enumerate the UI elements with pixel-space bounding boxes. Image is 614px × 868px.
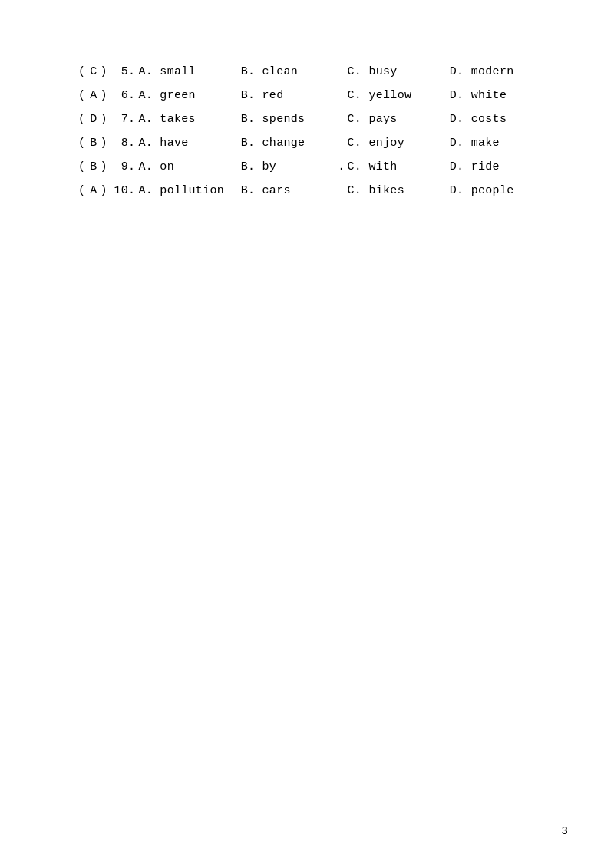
question-row: ( A ) 6. A. green B. red C. yellow D. wh… xyxy=(77,85,537,106)
option-c-q9: C. with xyxy=(348,157,450,177)
option-b-q10: B. cars xyxy=(241,180,336,201)
question-row: ( B ) 9. A. on B. by . C. with D. ride xyxy=(77,157,537,177)
question-row: ( C ) 5. A. small B. clean C. busy D. mo… xyxy=(77,61,537,82)
option-b-q7: B. spends xyxy=(241,109,336,130)
page: ( C ) 5. A. small B. clean C. busy D. mo… xyxy=(0,0,614,868)
paren-right: ) xyxy=(101,109,109,130)
option-a-q5: A. small xyxy=(138,61,240,82)
option-d-q9: D. ride xyxy=(450,157,537,177)
option-d-q7: D. costs xyxy=(450,109,537,130)
dot-placeholder xyxy=(335,109,347,130)
option-a-q8: A. have xyxy=(138,133,240,153)
option-a-q10: A. pollution xyxy=(138,180,240,201)
paren-right: ) xyxy=(101,85,109,106)
dot-placeholder xyxy=(335,85,347,106)
dot-separator: . xyxy=(335,157,347,177)
answer-q8: B xyxy=(87,133,100,153)
paren-right: ) xyxy=(101,180,109,201)
question-number-q10: 10. xyxy=(112,180,135,201)
paren-right: ) xyxy=(101,157,109,177)
option-c-q8: C. enjoy xyxy=(348,133,450,153)
answer-q10: A xyxy=(87,180,100,201)
option-d-q10: D. people xyxy=(450,180,537,201)
option-a-q7: A. takes xyxy=(138,109,240,130)
option-c-q7: C. pays xyxy=(348,109,450,130)
dot-placeholder xyxy=(335,180,347,201)
option-a-q6: A. green xyxy=(138,85,240,106)
question-number-q9: 9. xyxy=(112,157,135,177)
dot-placeholder xyxy=(335,61,347,82)
option-d-q6: D. white xyxy=(450,85,537,106)
question-row: ( B ) 8. A. have B. change C. enjoy D. m… xyxy=(77,133,537,153)
option-a-q9: A. on xyxy=(138,157,240,177)
paren-right: ) xyxy=(101,61,109,82)
dot-placeholder xyxy=(335,133,347,153)
question-row: ( A ) 10. A. pollution B. cars C. bikes … xyxy=(77,180,537,201)
answer-q7: D xyxy=(87,109,100,130)
paren-left: ( xyxy=(77,133,85,153)
option-d-q5: D. modern xyxy=(450,61,537,82)
option-b-q6: B. red xyxy=(241,85,336,106)
answer-q6: A xyxy=(87,85,100,106)
answer-q5: C xyxy=(87,61,100,82)
question-row: ( D ) 7. A. takes B. spends C. pays D. c… xyxy=(77,109,537,130)
question-number-q8: 8. xyxy=(112,133,135,153)
paren-left: ( xyxy=(77,61,85,82)
question-number-q6: 6. xyxy=(112,85,135,106)
option-b-q9: B. by xyxy=(241,157,336,177)
option-c-q6: C. yellow xyxy=(348,85,450,106)
paren-right: ) xyxy=(101,133,109,153)
option-d-q8: D. make xyxy=(450,133,537,153)
page-number: 3 xyxy=(562,825,568,837)
option-b-q5: B. clean xyxy=(241,61,336,82)
paren-left: ( xyxy=(77,180,85,201)
answer-q9: B xyxy=(87,157,100,177)
option-b-q8: B. change xyxy=(241,133,336,153)
option-c-q10: C. bikes xyxy=(348,180,450,201)
question-number-q5: 5. xyxy=(112,61,135,82)
paren-left: ( xyxy=(77,85,85,106)
paren-left: ( xyxy=(77,157,85,177)
option-c-q5: C. busy xyxy=(348,61,450,82)
question-number-q7: 7. xyxy=(112,109,135,130)
question-list: ( C ) 5. A. small B. clean C. busy D. mo… xyxy=(77,61,537,201)
paren-left: ( xyxy=(77,109,85,130)
